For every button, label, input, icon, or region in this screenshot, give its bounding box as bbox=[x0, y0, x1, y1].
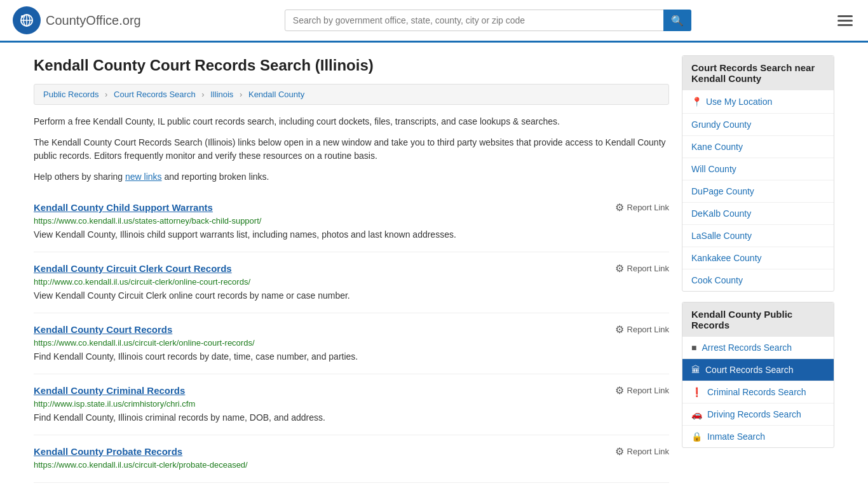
result-item: Kendall County Child Support Warrants ⚙ … bbox=[34, 191, 669, 252]
breadcrumb-illinois[interactable]: Illinois bbox=[210, 90, 233, 99]
report-icon: ⚙ bbox=[615, 262, 624, 274]
result-url: http://www.isp.state.il.us/crimhistory/c… bbox=[34, 399, 669, 409]
result-title[interactable]: Kendall County Court Records bbox=[34, 324, 172, 335]
result-desc: View Kendall County Circuit Clerk online… bbox=[34, 289, 669, 302]
sidebar-item-will[interactable]: Will County bbox=[682, 158, 834, 180]
court-icon: 🏛 bbox=[691, 365, 700, 375]
result-url: http://www.co.kendall.il.us/circuit-cler… bbox=[34, 277, 669, 287]
main-content: Kendall County Court Records Search (Ill… bbox=[21, 43, 847, 488]
description-2: The Kendall County Court Records Search … bbox=[34, 136, 669, 163]
logo-icon bbox=[13, 6, 41, 34]
sidebar-item-court-records[interactable]: 🏛 Court Records Search bbox=[682, 359, 834, 381]
logo-text: CountyOffice.org bbox=[46, 13, 141, 28]
breadcrumb: Public Records › Court Records Search › … bbox=[34, 84, 669, 105]
result-item: Kendall County Court Records ⚙ Report Li… bbox=[34, 313, 669, 374]
result-title[interactable]: Kendall County Probate Records bbox=[34, 446, 182, 457]
public-records-header: Kendall County Public Records bbox=[682, 302, 834, 337]
search-area: 🔍 bbox=[285, 10, 691, 31]
sidebar-item-dupage[interactable]: DuPage County bbox=[682, 180, 834, 203]
result-desc: View Kendall County, Illinois child supp… bbox=[34, 228, 669, 241]
report-icon: ⚙ bbox=[615, 323, 624, 336]
page-title: Kendall County Court Records Search (Ill… bbox=[34, 55, 669, 75]
result-url: https://www.co.kendall.il.us/circuit-cle… bbox=[34, 338, 669, 348]
description-3: Help others by sharing new links and rep… bbox=[34, 170, 669, 184]
sidebar-item-dekalb[interactable]: DeKalb County bbox=[682, 203, 834, 225]
use-my-location-item[interactable]: 📍 Use My Location bbox=[682, 90, 834, 114]
header: CountyOffice.org 🔍 bbox=[0, 0, 868, 43]
results-list: Kendall County Child Support Warrants ⚙ … bbox=[34, 191, 669, 483]
sidebar-item-arrest-records[interactable]: ■ Arrest Records Search bbox=[682, 337, 834, 359]
sidebar-item-kane[interactable]: Kane County bbox=[682, 136, 834, 158]
driving-icon: 🚗 bbox=[691, 409, 702, 419]
sidebar-item-driving-records[interactable]: 🚗 Driving Records Search bbox=[682, 403, 834, 426]
public-records-section: Kendall County Public Records ■ Arrest R… bbox=[682, 302, 834, 448]
use-my-location-link[interactable]: Use My Location bbox=[706, 97, 772, 107]
sidebar-item-inmate-search[interactable]: 🔒 Inmate Search bbox=[682, 426, 834, 447]
nearby-section: Court Records Search near Kendall County… bbox=[682, 55, 834, 292]
result-title[interactable]: Kendall County Circuit Clerk Court Recor… bbox=[34, 263, 232, 274]
hamburger-line bbox=[837, 15, 853, 17]
logo-suffix: .org bbox=[119, 13, 140, 27]
report-icon: ⚙ bbox=[615, 445, 624, 458]
report-icon: ⚙ bbox=[615, 201, 624, 214]
content-area: Kendall County Court Records Search (Ill… bbox=[34, 55, 669, 483]
hamburger-line bbox=[837, 24, 853, 26]
search-input[interactable] bbox=[285, 10, 691, 31]
result-title[interactable]: Kendall County Criminal Records bbox=[34, 385, 185, 396]
result-item: Kendall County Circuit Clerk Court Recor… bbox=[34, 252, 669, 313]
hamburger-menu-button[interactable] bbox=[835, 13, 855, 29]
sidebar: Court Records Search near Kendall County… bbox=[682, 55, 834, 483]
sidebar-item-cook[interactable]: Cook County bbox=[682, 269, 834, 291]
report-link-button[interactable]: ⚙ Report Link bbox=[615, 323, 669, 336]
sidebar-item-criminal-records[interactable]: ❗ Criminal Records Search bbox=[682, 381, 834, 403]
result-desc: Find Kendall County, Illinois criminal r… bbox=[34, 411, 669, 424]
criminal-icon: ❗ bbox=[691, 387, 702, 397]
svg-point-5 bbox=[21, 15, 24, 18]
report-link-button[interactable]: ⚙ Report Link bbox=[615, 201, 669, 214]
sidebar-item-lasalle[interactable]: LaSalle County bbox=[682, 225, 834, 247]
new-links-link[interactable]: new links bbox=[125, 172, 162, 182]
result-item: Kendall County Probate Records ⚙ Report … bbox=[34, 435, 669, 483]
search-input-wrap: 🔍 bbox=[285, 10, 691, 31]
breadcrumb-court-records-search[interactable]: Court Records Search bbox=[114, 90, 196, 99]
sidebar-item-grundy[interactable]: Grundy County bbox=[682, 114, 834, 136]
pin-icon: 📍 bbox=[691, 97, 702, 107]
logo-area: CountyOffice.org bbox=[13, 6, 141, 34]
description-1: Perform a free Kendall County, IL public… bbox=[34, 115, 669, 128]
report-link-button[interactable]: ⚙ Report Link bbox=[615, 445, 669, 458]
sidebar-item-kankakee[interactable]: Kankakee County bbox=[682, 247, 834, 269]
result-url: https://www.co.kendall.il.us/states-atto… bbox=[34, 216, 669, 226]
report-link-button[interactable]: ⚙ Report Link bbox=[615, 262, 669, 274]
result-title[interactable]: Kendall County Child Support Warrants bbox=[34, 202, 213, 213]
nearby-header: Court Records Search near Kendall County bbox=[682, 56, 834, 90]
search-button[interactable]: 🔍 bbox=[663, 10, 691, 31]
arrest-icon: ■ bbox=[691, 342, 696, 353]
inmate-icon: 🔒 bbox=[691, 431, 702, 442]
result-item: Kendall County Criminal Records ⚙ Report… bbox=[34, 374, 669, 435]
report-link-button[interactable]: ⚙ Report Link bbox=[615, 384, 669, 396]
result-desc: Find Kendall County, Illinois court reco… bbox=[34, 350, 669, 363]
hamburger-line bbox=[837, 20, 853, 22]
result-url: https://www.co.kendall.il.us/circuit-cle… bbox=[34, 460, 669, 470]
breadcrumb-public-records[interactable]: Public Records bbox=[43, 90, 98, 99]
breadcrumb-kendall-county[interactable]: Kendall County bbox=[248, 90, 304, 99]
report-icon: ⚙ bbox=[615, 384, 624, 396]
